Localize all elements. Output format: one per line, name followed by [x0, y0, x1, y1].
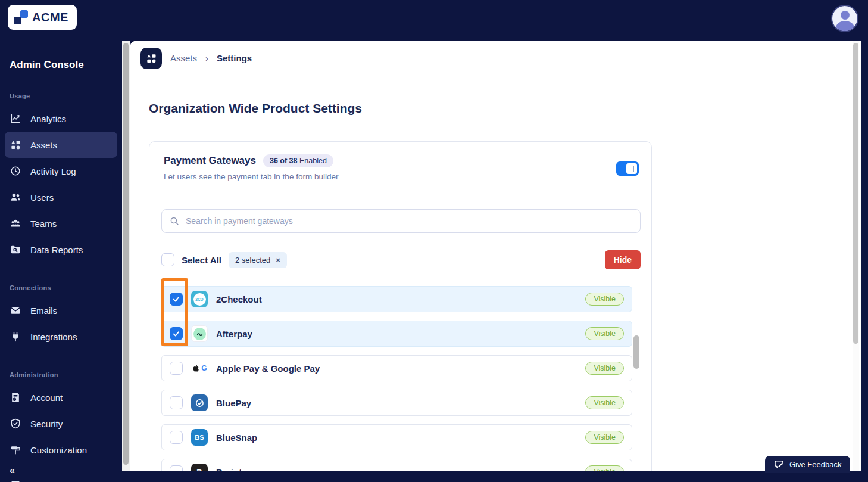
sidebar-item-security[interactable]: Security — [0, 411, 122, 437]
give-feedback-button[interactable]: Give Feedback — [765, 456, 850, 473]
integrations-icon — [10, 331, 21, 343]
gateway-checkbox[interactable] — [170, 465, 183, 471]
gateway-checkbox[interactable] — [170, 396, 183, 409]
selected-count-chip: 2 selected × — [229, 252, 287, 268]
google-g-icon: G — [201, 364, 207, 372]
sidebar-item-activity-log[interactable]: Activity Log — [0, 158, 122, 184]
sidebar-item-customization[interactable]: Customization — [0, 437, 122, 463]
customization-icon — [10, 444, 21, 456]
give-feedback-label: Give Feedback — [789, 460, 841, 469]
sidebar-item-label: Emails — [30, 306, 57, 316]
breadcrumb: Assets › Settings — [130, 41, 861, 76]
sidebar-item-users[interactable]: Users — [0, 184, 122, 210]
toggle-knob[interactable] — [626, 163, 637, 174]
hide-button[interactable]: Hide — [605, 250, 641, 269]
data-reports-icon — [10, 244, 21, 256]
sidebar-item-data-reports[interactable]: Data Reports — [0, 237, 122, 263]
afterpay-logo-icon — [191, 325, 208, 342]
sidebar-item-label: Teams — [30, 219, 57, 229]
gateway-row-apple-google-pay[interactable]: G Apple Pay & Google Pay Visible — [161, 355, 632, 381]
sidebar-item-emails[interactable]: Emails — [0, 297, 122, 324]
feedback-icon — [774, 459, 784, 469]
emails-icon — [10, 304, 21, 316]
gateway-checkbox[interactable] — [170, 293, 183, 306]
gateway-name: BluePay — [216, 398, 251, 408]
visibility-badge: Visible — [585, 362, 624, 375]
avatar-person-icon — [841, 11, 850, 20]
panel-left-scrollbar[interactable] — [122, 41, 130, 471]
clear-selection-icon[interactable]: × — [276, 256, 280, 265]
visibility-badge: Visible — [585, 327, 624, 340]
scrollbar-thumb[interactable] — [633, 335, 639, 369]
visibility-badge: Visible — [585, 431, 624, 444]
scrollbar-thumb[interactable] — [123, 43, 129, 465]
security-icon — [10, 418, 21, 430]
teams-icon — [10, 217, 21, 229]
sidebar-item-teams[interactable]: Teams — [0, 210, 122, 237]
gateway-row-2checkout[interactable]: 2CO 2Checkout Visible — [161, 286, 632, 312]
acme-logo[interactable]: ACME — [8, 5, 77, 30]
breadcrumb-current: Settings — [217, 53, 252, 63]
gateway-row-bluepay[interactable]: BluePay Visible — [161, 390, 632, 416]
card-header: Payment Gateways 36 of 38 Enabled Let us… — [149, 142, 651, 192]
section-label-connections: Connections — [10, 284, 122, 291]
sidebar-item-account[interactable]: Account — [0, 384, 122, 411]
sidebar-item-label: Integrations — [30, 332, 77, 342]
enabled-count-badge: 36 of 38 Enabled — [263, 154, 333, 167]
page-title: Organization Wide Product Settings — [149, 101, 861, 116]
sidebar-item-label: Data Reports — [30, 245, 83, 255]
search-input[interactable] — [186, 216, 633, 226]
card-body: Select All 2 selected × Hide 2CO 2Checko… — [149, 192, 651, 471]
assets-breadcrumb-tile[interactable] — [140, 48, 162, 69]
section-label-usage: Usage — [10, 92, 122, 99]
sidebar-item-label: Account — [30, 393, 63, 403]
gateway-name: Braintree — [216, 467, 255, 471]
gateway-row-braintree[interactable]: B Braintree Visible — [161, 459, 632, 471]
select-all-checkbox[interactable] — [161, 253, 174, 266]
gateway-checkbox[interactable] — [170, 431, 183, 444]
gateway-checkbox[interactable] — [170, 362, 183, 375]
acme-logo-icon — [14, 10, 28, 24]
gateway-search[interactable] — [161, 209, 641, 233]
assets-icon — [10, 139, 21, 151]
sidebar-item-integrations[interactable]: Integrations — [0, 324, 122, 350]
users-icon — [10, 191, 21, 203]
sidebar-item-label: Customization — [30, 445, 87, 455]
search-icon — [169, 216, 180, 226]
assets-icon — [145, 52, 157, 64]
gateway-row-bluesnap[interactable]: BS BlueSnap Visible — [161, 424, 632, 450]
gateway-list-scrollbar[interactable] — [633, 335, 639, 471]
user-avatar[interactable] — [831, 5, 858, 32]
sidebar-title: Admin Console — [10, 59, 122, 71]
acme-logo-text: ACME — [32, 11, 68, 24]
2checkout-logo-icon: 2CO — [191, 291, 208, 307]
gateway-name: Apple Pay & Google Pay — [216, 363, 320, 374]
activity-log-icon — [10, 165, 21, 177]
apple-google-pay-logo-icon: G — [191, 360, 208, 377]
gateway-name: 2Checkout — [216, 294, 262, 304]
analytics-icon — [10, 113, 21, 125]
gateway-checkbox[interactable] — [170, 327, 183, 340]
bluepay-logo-icon — [191, 394, 208, 411]
breadcrumb-separator: › — [205, 53, 208, 63]
selection-controls: Select All 2 selected × Hide — [161, 250, 641, 269]
gateway-name: Afterpay — [216, 329, 252, 339]
sidebar-item-label: Security — [30, 419, 63, 429]
sidebar-item-analytics[interactable]: Analytics — [0, 105, 122, 132]
account-icon — [10, 391, 21, 403]
sidebar-item-label: Analytics — [30, 114, 66, 124]
sidebar-item-assets[interactable]: Assets — [5, 132, 117, 158]
breadcrumb-assets-link[interactable]: Assets — [170, 53, 197, 63]
page-scrollbar[interactable] — [853, 41, 859, 471]
sidebar-item-support[interactable]: ? Support — [0, 472, 122, 482]
select-all-label: Select All — [182, 255, 221, 265]
scrollbar-thumb[interactable] — [853, 43, 858, 344]
card-title: Payment Gateways — [164, 155, 256, 167]
sidebar-item-label: Activity Log — [30, 166, 76, 176]
payment-gateways-toggle[interactable] — [616, 161, 639, 176]
gateway-list: 2CO 2Checkout Visible Afterpay Visible — [161, 286, 632, 471]
payment-gateways-card: Payment Gateways 36 of 38 Enabled Let us… — [149, 141, 652, 471]
gateway-row-afterpay[interactable]: Afterpay Visible — [161, 321, 632, 347]
visibility-badge: Visible — [585, 293, 624, 306]
apple-logo-icon — [192, 364, 200, 372]
